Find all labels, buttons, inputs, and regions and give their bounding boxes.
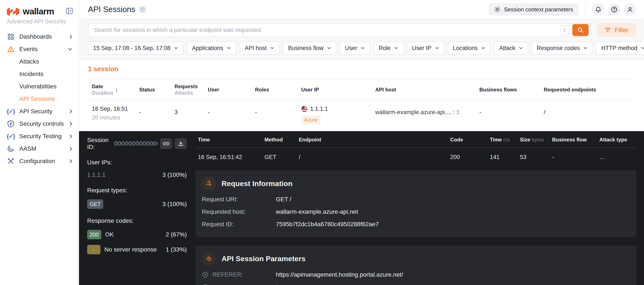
filter-chip-business-flow[interactable]: Business flow (283, 42, 336, 54)
chip-label: Response codes (537, 45, 580, 52)
sidebar-item-api-security[interactable]: {✓} API Security (0, 105, 78, 118)
request-id-label: Request ID: (202, 220, 276, 228)
column-sublabel: Attacks (174, 90, 208, 96)
account-button[interactable] (624, 3, 636, 16)
card-title: Request Information (222, 180, 292, 188)
chevron-right-icon (69, 146, 72, 151)
chip-label: Business flow (288, 45, 324, 52)
page-help-icon[interactable] (139, 6, 146, 13)
filter-chip-api-host[interactable]: API host (240, 42, 280, 54)
code-badge-no-response: - (87, 245, 100, 254)
tools-icon (7, 158, 14, 164)
sort-desc-icon[interactable]: ↓ (115, 86, 118, 93)
column-requested-endpoints[interactable]: Requested endpoints (544, 83, 636, 96)
warning-triangle-icon (7, 46, 14, 52)
api-host-count: 3 (456, 109, 460, 116)
circle-plus-icon[interactable] (202, 284, 209, 285)
sidebar-item-incidents[interactable]: Incidents (0, 68, 78, 80)
slash-shortcut-hint: / (560, 25, 570, 35)
cell-endpoint: / (299, 154, 450, 160)
chevron-down-icon (270, 46, 274, 50)
filter-chip-response-codes[interactable]: Response codes (532, 42, 593, 54)
chip-label: Role (379, 45, 391, 52)
session-id-value[interactable]: 00000000000000... (114, 140, 158, 147)
code-badge-200: 200 (87, 230, 101, 239)
azure-tag[interactable]: Azure (301, 115, 321, 125)
copy-link-button[interactable] (160, 138, 172, 149)
help-button[interactable] (608, 3, 620, 16)
filter-chip-locations[interactable]: Locations (448, 42, 491, 54)
shield-bolt-icon (7, 120, 14, 128)
session-api-host[interactable]: wallarm-example.azure-api.... (375, 109, 451, 116)
column-label: Date (92, 83, 113, 90)
session-context-parameters-button[interactable]: Session context parameters (488, 4, 579, 16)
sidebar-item-attacks[interactable]: Attacks (0, 55, 78, 68)
sidebar-item-security-controls[interactable]: Security controls (0, 118, 78, 130)
chevron-right-icon (69, 34, 72, 39)
sidebar-item-dashboards[interactable]: Dashboards (0, 30, 78, 43)
chevron-down-icon (641, 46, 644, 50)
chevron-down-icon (481, 46, 485, 50)
sidebar-item-api-sessions[interactable]: API Sessions (0, 93, 78, 105)
chip-label: 15 Sep, 17:08 - 16 Sep, 17:08 (93, 45, 170, 52)
user-ip-count: 3 (100%) (162, 172, 187, 178)
column-user-ip[interactable]: User IP (301, 83, 375, 96)
chevron-down-icon (361, 46, 365, 50)
cell-time-ms: 141 (490, 154, 520, 160)
filter-chip-applications[interactable]: Applications (187, 42, 236, 54)
sidebar-item-security-testing[interactable]: {✓} Security Testing (0, 130, 78, 142)
filter-section: / Filter (79, 19, 644, 60)
filter-chip-daterange[interactable]: 15 Sep, 17:08 - 16 Sep, 17:08 (88, 42, 183, 54)
filter-chip-http-method[interactable]: HTTP method (596, 42, 644, 54)
request-uri-label: Request URI: (202, 196, 276, 203)
sidebar-item-vulnerabilities[interactable]: Vulnerabilities (0, 80, 78, 93)
chevron-right-icon (69, 158, 72, 164)
fingerprint-icon (202, 252, 216, 266)
referer-value: https://apimanagement.hosting.portal.azu… (276, 271, 403, 278)
column-status[interactable]: Status (139, 83, 174, 96)
request-information-card: Request Information Request URI: GET / R… (195, 170, 636, 237)
filter-chip-user-ip[interactable]: User IP (407, 42, 444, 54)
download-button[interactable] (175, 138, 187, 149)
topbar-actions: Session context parameters (488, 3, 636, 16)
notifications-button[interactable] (592, 3, 604, 16)
column-business-flows[interactable]: Business flows (479, 83, 544, 96)
column-api-host[interactable]: API host (375, 83, 479, 96)
column-time-ms: Time ms (490, 137, 520, 143)
column-roles[interactable]: Roles (255, 83, 301, 96)
search-input[interactable] (94, 26, 560, 34)
api-session-parameters-card: API Session Parameters REFERER: https://… (195, 246, 636, 285)
request-id-row: Request ID: 7595b7f2dc1b4a6780c4950288f6… (202, 220, 629, 228)
chevron-right-icon (69, 121, 72, 126)
column-sublabel: Duration (92, 90, 113, 96)
cell-business-flows: - (479, 106, 544, 116)
column-requests-attacks[interactable]: Requests Attacks (174, 83, 208, 96)
filter-chip-user[interactable]: User (340, 42, 370, 54)
card-title: API Session Parameters (222, 254, 306, 263)
cell-attack-type: ... (599, 154, 636, 160)
filter-button[interactable]: Filter (597, 23, 636, 37)
search-box[interactable]: / (88, 23, 591, 37)
column-code: Code (450, 137, 490, 143)
sidebar-item-label: Incidents (19, 70, 43, 78)
search-button[interactable] (572, 24, 588, 36)
referer-label: REFERER: (212, 271, 276, 278)
sidebar-item-label: AASM (19, 145, 36, 152)
sidebar-collapse-button[interactable] (66, 7, 73, 14)
filter-chip-attack[interactable]: Attack (494, 42, 528, 54)
filter-chip-role[interactable]: Role (374, 42, 404, 54)
session-user-ip[interactable]: 1.1.1.1 (310, 106, 328, 112)
circle-plus-icon[interactable] (202, 271, 209, 278)
session-row[interactable]: 16 Sep, 16:51 20 minutes - 3 - - (88, 100, 636, 131)
requested-host-value: wallarm-example.azure-api.net (276, 208, 358, 216)
sidebar-item-label: Attacks (19, 58, 39, 65)
column-date-duration[interactable]: Date Duration ↓ (92, 83, 139, 96)
sidebar-item-configuration[interactable]: Configuration (0, 155, 78, 168)
sidebar-item-aasm[interactable]: AASM (0, 142, 78, 155)
sidebar-item-events[interactable]: Events (0, 43, 78, 55)
request-row[interactable]: 16 Sep, 16:51:42 GET / 200 141 53 - ... (195, 148, 636, 167)
column-user[interactable]: User (208, 83, 255, 96)
user-ip-value[interactable]: 1.1.1.1 (87, 172, 106, 178)
cell-user: - (208, 106, 255, 116)
chip-label: Locations (453, 45, 478, 52)
